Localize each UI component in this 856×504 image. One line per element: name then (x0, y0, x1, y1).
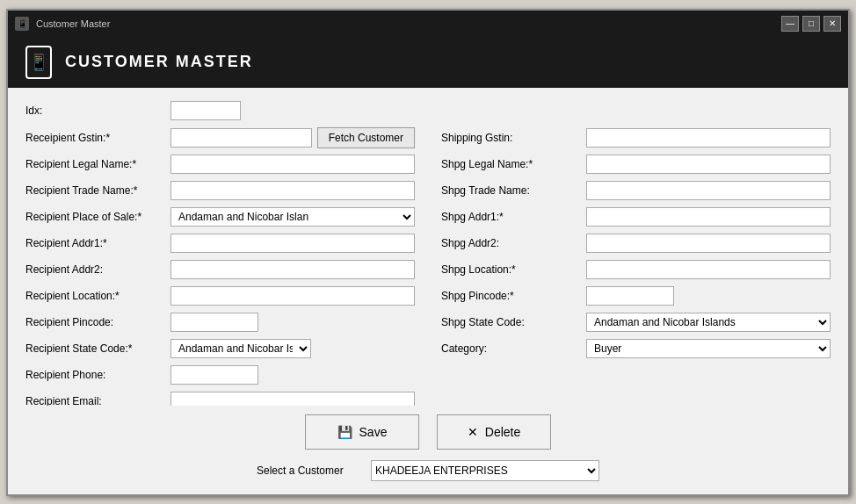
app-icon: 📱 (15, 17, 29, 31)
shpg-state-label: Shpg State Code: (441, 316, 586, 328)
recipient-pincode-label: Recipient Pincode: (25, 316, 170, 328)
recipient-place-select[interactable]: Andaman and Nicobar Islan Andhra Pradesh… (170, 207, 415, 227)
shpg-legal-name-label: Shpg Legal Name:* (441, 158, 586, 170)
recipient-place-row: Recipient Place of Sale:* Andaman and Ni… (25, 206, 415, 227)
delete-icon: ✕ (468, 425, 478, 439)
idx-row: Idx: (25, 101, 831, 120)
select-customer-label: Select a Customer (257, 464, 362, 477)
save-label: Save (359, 425, 388, 439)
shipping-gstin-label: Shipping Gstin: (441, 132, 586, 144)
content-area: Idx: Receipient Gstin:* Fetch Customer R… (8, 88, 848, 406)
recipient-email-label: Recipient Email: (25, 395, 170, 406)
gstin-controls: Fetch Customer (170, 127, 415, 148)
titlebar-controls: — □ ✕ (781, 16, 841, 32)
recipient-phone-input[interactable] (170, 365, 258, 385)
delete-button[interactable]: ✕ Delete (437, 414, 551, 450)
shpg-pincode-row: Shpg Pincode:* (441, 285, 831, 306)
recipient-state-row: Recipient State Code:* Andaman and Nicob… (25, 338, 415, 359)
right-panel: Shipping Gstin: Shpg Legal Name:* Shpg T… (441, 127, 831, 406)
recipient-state-select[interactable]: Andaman and Nicobar Islan Andhra Pradesh… (170, 339, 311, 358)
recipient-legal-name-input[interactable] (170, 155, 415, 174)
recipient-location-input[interactable] (170, 286, 415, 306)
recipient-addr2-row: Recipient Addr2: (25, 259, 415, 280)
header-title: CUSTOMER MASTER (65, 53, 253, 71)
shpg-addr2-row: Shpg Addr2: (441, 233, 831, 254)
recipient-trade-name-row: Recipient Trade Name:* (25, 180, 415, 201)
shpg-trade-name-label: Shpg Trade Name: (441, 184, 586, 197)
idx-label: Idx: (25, 104, 170, 117)
shpg-legal-name-input[interactable] (586, 155, 831, 174)
shpg-addr2-label: Shpg Addr2: (441, 237, 586, 249)
category-row: Category: Buyer Seller Both (441, 338, 831, 359)
recipient-location-row: Recipient Location:* (25, 285, 415, 306)
shipping-gstin-input[interactable] (586, 128, 831, 148)
recipient-phone-label: Recipient Phone: (25, 369, 170, 381)
recipient-gstin-row: Receipient Gstin:* Fetch Customer (25, 127, 415, 148)
shpg-location-label: Shpg Location:* (441, 263, 586, 276)
shpg-location-row: Shpg Location:* (441, 259, 831, 280)
recipient-phone-row: Recipient Phone: (25, 364, 415, 385)
recipient-gstin-input[interactable] (170, 128, 312, 148)
recipient-state-label: Recipient State Code:* (25, 342, 170, 355)
shpg-pincode-input[interactable] (586, 286, 674, 306)
select-customer-row: Select a Customer KHADEEJA ENTERPRISES O… (257, 460, 599, 481)
bottom-section: 💾 Save ✕ Delete Select a Customer KHADEE… (8, 406, 848, 494)
shpg-state-select[interactable]: Andaman and Nicobar Islands Andhra Prade… (586, 313, 831, 332)
shpg-legal-name-row: Shpg Legal Name:* (441, 154, 831, 175)
titlebar: 📱 Customer Master — □ ✕ (8, 11, 848, 37)
shpg-trade-name-input[interactable] (586, 181, 831, 200)
window-title: Customer Master (36, 18, 110, 29)
shpg-addr1-row: Shpg Addr1:* (441, 206, 831, 227)
recipient-trade-name-input[interactable] (170, 181, 415, 200)
recipient-addr1-row: Recipient Addr1:* (25, 233, 415, 254)
recipient-legal-name-label: Recipient Legal Name:* (25, 158, 170, 170)
recipient-email-row: Recipient Email: (25, 391, 415, 406)
recipient-addr2-input[interactable] (170, 260, 415, 279)
delete-label: Delete (485, 425, 520, 439)
recipient-gstin-label: Receipient Gstin:* (25, 132, 170, 144)
select-customer-dropdown[interactable]: KHADEEJA ENTERPRISES Other Customer (371, 460, 599, 481)
recipient-addr1-label: Recipient Addr1:* (25, 237, 170, 249)
maximize-button[interactable]: □ (802, 16, 820, 32)
recipient-addr1-input[interactable] (170, 234, 415, 253)
header-icon: 📱 (25, 46, 52, 79)
recipient-addr2-label: Recipient Addr2: (25, 263, 170, 276)
save-icon: 💾 (337, 425, 352, 439)
main-window: 📱 Customer Master — □ ✕ 📱 CUSTOMER MASTE… (6, 9, 850, 496)
recipient-legal-name-row: Recipient Legal Name:* (25, 154, 415, 175)
recipient-email-input[interactable] (170, 392, 415, 406)
idx-input[interactable] (170, 101, 241, 120)
category-label: Category: (441, 342, 586, 355)
action-buttons: 💾 Save ✕ Delete (305, 414, 551, 450)
recipient-place-label: Recipient Place of Sale:* (25, 211, 170, 223)
save-button[interactable]: 💾 Save (305, 414, 419, 450)
recipient-pincode-row: Recipient Pincode: (25, 312, 415, 333)
form-section: Receipient Gstin:* Fetch Customer Recipi… (25, 127, 831, 406)
shpg-addr1-label: Shpg Addr1:* (441, 211, 586, 223)
shpg-addr1-input[interactable] (586, 207, 831, 227)
recipient-trade-name-label: Recipient Trade Name:* (25, 184, 170, 197)
recipient-location-label: Recipient Location:* (25, 290, 170, 302)
shpg-addr2-input[interactable] (586, 234, 831, 253)
fetch-customer-button[interactable]: Fetch Customer (317, 127, 415, 148)
minimize-button[interactable]: — (781, 16, 799, 32)
recipient-pincode-input[interactable] (170, 313, 258, 332)
left-panel: Receipient Gstin:* Fetch Customer Recipi… (25, 127, 415, 406)
shpg-state-row: Shpg State Code: Andaman and Nicobar Isl… (441, 312, 831, 333)
shpg-location-input[interactable] (586, 260, 831, 279)
category-select[interactable]: Buyer Seller Both (586, 339, 831, 358)
close-button[interactable]: ✕ (823, 16, 841, 32)
shpg-pincode-label: Shpg Pincode:* (441, 290, 586, 302)
shpg-trade-name-row: Shpg Trade Name: (441, 180, 831, 201)
shipping-gstin-row: Shipping Gstin: (441, 127, 831, 148)
header-banner: 📱 CUSTOMER MASTER (8, 37, 848, 88)
titlebar-left: 📱 Customer Master (15, 17, 110, 31)
